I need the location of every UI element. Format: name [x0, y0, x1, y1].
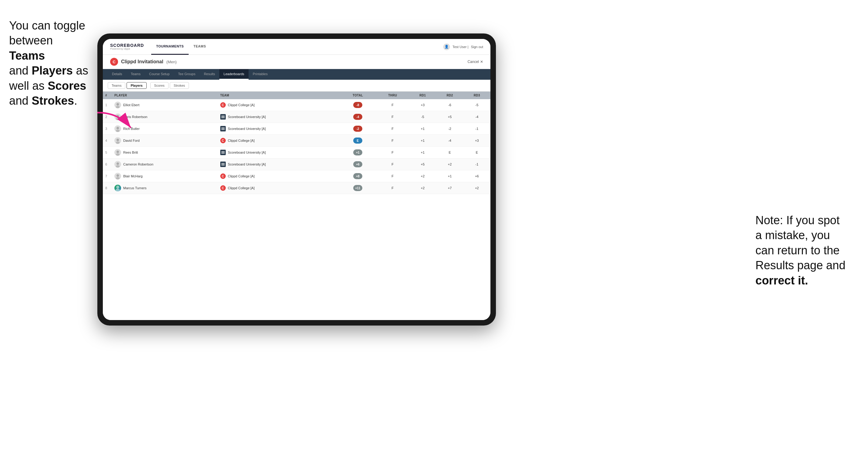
tournament-type: (Men) — [166, 60, 177, 64]
nav-teams[interactable]: TEAMS — [189, 39, 211, 55]
player-name: Rees Britt — [123, 151, 138, 154]
table-row: 3Rich ButlerScoreboard University [A]-2F… — [103, 123, 490, 135]
svg-point-27 — [116, 189, 120, 191]
svg-point-26 — [116, 186, 119, 189]
player-name: David Ford — [123, 139, 140, 143]
logo-area: SCOREBOARD Powered by clippd — [110, 43, 144, 51]
svg-point-19 — [117, 162, 119, 165]
svg-rect-10 — [221, 128, 224, 129]
cell-player: David Ford — [112, 135, 218, 147]
player-name: Elliot Ebert — [123, 103, 140, 107]
cell-total: +6 — [340, 158, 376, 170]
cell-rank: 8 — [103, 182, 112, 194]
tournament-logo: C — [110, 58, 118, 66]
svg-point-14 — [117, 151, 119, 153]
cell-rd3: +6 — [463, 170, 490, 182]
cell-rd1: +2 — [409, 170, 436, 182]
close-icon: ✕ — [480, 60, 483, 64]
player-name: Cameron Robertson — [123, 162, 153, 166]
col-team: TEAM — [218, 92, 340, 99]
cell-team: CClippd College [A] — [218, 170, 340, 182]
team-name: Scoreboard University [A] — [228, 127, 266, 130]
top-nav: SCOREBOARD Powered by clippd TOURNAMENTS… — [103, 39, 490, 55]
col-player: PLAYER — [112, 92, 218, 99]
svg-rect-9 — [221, 127, 224, 128]
tab-leaderboards[interactable]: Leaderboards — [219, 69, 249, 80]
cell-thru: F — [376, 147, 409, 158]
nav-tournaments[interactable]: TOURNAMENTS — [151, 39, 189, 55]
toggle-row: Teams Players Scores Strokes — [103, 80, 490, 92]
cell-rd3: +3 — [463, 135, 490, 147]
players-toggle-button[interactable]: Players — [127, 82, 146, 89]
cell-rd2: +5 — [436, 111, 463, 123]
svg-rect-6 — [221, 118, 224, 118]
tab-teams[interactable]: Teams — [127, 69, 145, 80]
cell-player: Chris Robertson — [112, 111, 218, 123]
tab-tee-groups[interactable]: Tee Groups — [174, 69, 199, 80]
svg-point-20 — [116, 165, 120, 168]
tab-details[interactable]: Details — [108, 69, 127, 80]
cell-rd1: +1 — [409, 147, 436, 158]
cell-rd2: +7 — [436, 182, 463, 194]
logo-sub: Powered by clippd — [110, 48, 144, 51]
svg-rect-21 — [221, 163, 224, 164]
user-label: Test User | — [453, 45, 468, 49]
player-name: Marcus Turners — [123, 186, 146, 190]
cell-rd3: E — [463, 147, 490, 158]
cell-rd1: +1 — [409, 123, 436, 135]
logo-text: SCOREBOARD — [110, 43, 144, 48]
left-annotation: You can toggle between Teams and Players… — [9, 18, 91, 108]
cell-thru: F — [376, 123, 409, 135]
col-rd3: RD3 — [463, 92, 490, 99]
svg-point-24 — [117, 174, 119, 177]
cell-total: -8 — [340, 99, 376, 111]
cell-thru: F — [376, 135, 409, 147]
cancel-button[interactable]: Cancel ✕ — [468, 60, 483, 64]
svg-rect-16 — [221, 151, 224, 152]
cell-player: Cameron Robertson — [112, 158, 218, 170]
strokes-toggle-button[interactable]: Strokes — [170, 82, 189, 89]
player-name: Chris Robertson — [123, 115, 147, 119]
teams-toggle-button[interactable]: Teams — [108, 82, 125, 89]
table-row: 5Rees BrittScoreboard University [A]+1F+… — [103, 147, 490, 158]
cell-team: CClippd College [A] — [218, 135, 340, 147]
tab-results[interactable]: Results — [199, 69, 219, 80]
svg-rect-4 — [221, 116, 224, 116]
sign-out-link[interactable]: Sign out — [471, 45, 483, 49]
cell-rd3: -1 — [463, 123, 490, 135]
team-name: Clippd College [A] — [228, 186, 255, 190]
svg-point-12 — [117, 139, 119, 141]
table-row: 2Chris RobertsonScoreboard University [A… — [103, 111, 490, 123]
tournament-title: C Clippd Invitational (Men) — [110, 58, 177, 66]
cell-thru: F — [376, 182, 409, 194]
team-name: Clippd College [A] — [228, 103, 255, 107]
tab-printables[interactable]: Printables — [249, 69, 272, 80]
cell-total: +8 — [340, 170, 376, 182]
tournament-name: Clippd Invitational — [121, 59, 163, 64]
cell-rank: 1 — [103, 99, 112, 111]
cell-rd1: +1 — [409, 135, 436, 147]
cell-rank: 3 — [103, 123, 112, 135]
table-row: 4David FordCClippd College [A]EF+1-4+3 — [103, 135, 490, 147]
col-rd1: RD1 — [409, 92, 436, 99]
team-name: Scoreboard University [A] — [228, 151, 266, 154]
right-annotation: Note: If you spot a mistake, you can ret… — [755, 213, 859, 288]
svg-rect-23 — [221, 165, 224, 165]
cell-rd2: +1 — [436, 170, 463, 182]
cell-rd1: +5 — [409, 158, 436, 170]
cell-team: CClippd College [A] — [218, 182, 340, 194]
cell-rd2: +2 — [436, 158, 463, 170]
scores-toggle-button[interactable]: Scores — [150, 82, 168, 89]
svg-rect-11 — [221, 129, 224, 130]
cell-total: E — [340, 135, 376, 147]
svg-rect-17 — [221, 152, 224, 153]
user-icon: 👤 — [443, 43, 450, 50]
cell-thru: F — [376, 99, 409, 111]
player-name: Blair McHarg — [123, 174, 143, 178]
tab-course-setup[interactable]: Course Setup — [145, 69, 174, 80]
table-row: 6Cameron RobertsonScoreboard University … — [103, 158, 490, 170]
cell-player: Blair McHarg — [112, 170, 218, 182]
cell-team: Scoreboard University [A] — [218, 123, 340, 135]
player-name: Rich Butler — [123, 127, 140, 130]
col-rank: # — [103, 92, 112, 99]
